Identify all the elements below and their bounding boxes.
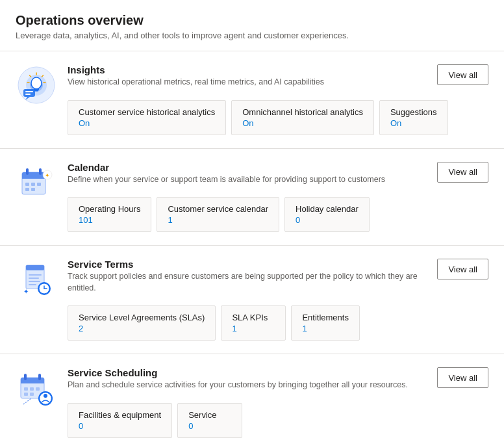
svg-rect-13 <box>25 91 33 92</box>
calendar-header: Calendar Define when your service or sup… <box>68 162 488 195</box>
service-scheduling-desc: Plan and schedule service activities for… <box>68 380 408 391</box>
service-scheduling-title-desc: Service Scheduling Plan and schedule ser… <box>68 367 408 400</box>
calendar-cards-row: Operating Hours 101 Customer service cal… <box>68 197 488 232</box>
service-terms-header: Service Terms Track support policies and… <box>68 259 488 303</box>
card-service-value: 0 <box>188 421 231 431</box>
card-entitlements-value: 1 <box>302 324 349 333</box>
card-facilities-equipment-value: 0 <box>79 421 161 431</box>
card-holiday-calendar-value: 0 <box>296 215 359 225</box>
svg-rect-45 <box>36 387 40 391</box>
svg-rect-43 <box>24 387 28 391</box>
card-holiday-calendar[interactable]: Holiday calendar 0 <box>284 197 370 232</box>
svg-rect-18 <box>26 168 29 175</box>
section-service-terms: ✦ Service Terms Track support policies a… <box>0 246 504 354</box>
card-facilities-equipment-label: Facilities & equipment <box>79 410 161 420</box>
service-terms-cards-row: Service Level Agreements (SLAs) 2 SLA KP… <box>68 305 488 341</box>
service-terms-content: Service Terms Track support policies and… <box>68 259 488 341</box>
calendar-icon-wrap: ✦ <box>16 162 57 203</box>
card-service-calendar[interactable]: Customer service calendar 1 <box>157 197 279 232</box>
card-sla[interactable]: Service Level Agreements (SLAs) 2 <box>68 305 216 341</box>
calendar-content: Calendar Define when your service or sup… <box>68 162 488 233</box>
svg-rect-22 <box>37 183 41 186</box>
card-holiday-calendar-label: Holiday calendar <box>296 204 359 214</box>
svg-text:✦: ✦ <box>45 172 50 179</box>
svg-line-51 <box>23 398 31 404</box>
section-service-scheduling: Service Scheduling Plan and schedule ser… <box>0 354 504 440</box>
svg-rect-21 <box>31 183 35 186</box>
insights-view-all-button[interactable]: View all <box>437 64 488 85</box>
svg-rect-46 <box>24 393 28 396</box>
card-operating-hours[interactable]: Operating Hours 101 <box>68 197 151 232</box>
card-service-label: Service <box>188 410 231 420</box>
svg-text:✦: ✦ <box>23 288 29 295</box>
service-terms-view-all-button[interactable]: View all <box>437 259 488 279</box>
service-terms-icon-wrap: ✦ <box>16 259 57 300</box>
insights-icon <box>17 66 56 105</box>
card-entitlements-label: Entitlements <box>302 313 349 322</box>
insights-icon-wrap <box>16 64 57 106</box>
section-insights: Insights View historical operational met… <box>0 51 504 149</box>
card-service-calendar-value: 1 <box>168 215 268 225</box>
page-subtitle: Leverage data, analytics, AI, and other … <box>16 31 488 40</box>
card-suggestions-value: On <box>390 118 437 128</box>
service-scheduling-icon <box>17 369 56 408</box>
card-sla-kpis-label: SLA KPIs <box>232 313 275 322</box>
card-historical-analytics[interactable]: Customer service historical analytics On <box>68 100 226 135</box>
svg-rect-28 <box>26 265 44 270</box>
svg-rect-14 <box>25 94 31 95</box>
svg-rect-30 <box>29 278 39 279</box>
svg-rect-20 <box>25 183 29 186</box>
section-calendar: ✦ Calendar Define when your service or s… <box>0 149 504 246</box>
card-sla-kpis[interactable]: SLA KPIs 1 <box>221 305 286 341</box>
svg-rect-32 <box>29 284 36 285</box>
page-header: Operations overview Leverage data, analy… <box>0 0 504 51</box>
card-sla-label: Service Level Agreements (SLAs) <box>79 313 205 322</box>
card-suggestions[interactable]: Suggestions On <box>379 100 448 135</box>
card-suggestions-label: Suggestions <box>390 107 437 117</box>
insights-content: Insights View historical operational met… <box>68 64 488 135</box>
calendar-title-desc: Calendar Define when your service or sup… <box>68 162 385 195</box>
insights-title: Insights <box>68 64 324 75</box>
svg-rect-42 <box>38 374 41 380</box>
page-container: Operations overview Leverage data, analy… <box>0 0 504 440</box>
svg-point-3 <box>31 77 42 89</box>
svg-rect-11 <box>23 89 35 97</box>
svg-rect-40 <box>21 382 44 383</box>
service-terms-desc: Track support policies and ensure custom… <box>68 271 427 294</box>
service-scheduling-view-all-button[interactable]: View all <box>437 367 488 388</box>
svg-rect-19 <box>39 168 42 175</box>
card-omnichannel-analytics-label: Omnichannel historical analytics <box>242 107 363 117</box>
service-scheduling-title: Service Scheduling <box>68 367 408 378</box>
card-omnichannel-analytics[interactable]: Omnichannel historical analytics On <box>231 100 374 135</box>
calendar-desc: Define when your service or support team… <box>68 174 385 186</box>
card-historical-analytics-value: On <box>79 118 215 128</box>
service-terms-title-desc: Service Terms Track support policies and… <box>68 259 427 303</box>
card-operating-hours-label: Operating Hours <box>79 204 140 214</box>
service-terms-icon: ✦ <box>17 260 56 299</box>
page-title: Operations overview <box>16 13 488 28</box>
card-historical-analytics-label: Customer service historical analytics <box>79 107 215 117</box>
card-omnichannel-analytics-value: On <box>242 118 363 128</box>
service-scheduling-icon-wrap <box>16 367 57 409</box>
card-service[interactable]: Service 0 <box>177 403 242 438</box>
svg-point-50 <box>44 394 47 398</box>
svg-rect-17 <box>22 176 45 179</box>
svg-rect-47 <box>30 393 34 396</box>
svg-rect-31 <box>29 281 40 282</box>
calendar-icon: ✦ <box>17 163 56 202</box>
service-scheduling-cards-row: Facilities & equipment 0 Service 0 <box>68 403 488 438</box>
calendar-title: Calendar <box>68 162 385 173</box>
service-scheduling-content: Service Scheduling Plan and schedule ser… <box>68 367 488 438</box>
svg-rect-23 <box>25 188 29 191</box>
card-entitlements[interactable]: Entitlements 1 <box>291 305 360 341</box>
card-sla-kpis-value: 1 <box>232 324 275 333</box>
svg-rect-44 <box>30 387 34 391</box>
svg-rect-29 <box>29 274 42 276</box>
service-scheduling-header: Service Scheduling Plan and schedule ser… <box>68 367 488 400</box>
card-facilities-equipment[interactable]: Facilities & equipment 0 <box>68 403 172 438</box>
card-operating-hours-value: 101 <box>79 215 140 225</box>
insights-title-desc: Insights View historical operational met… <box>68 64 324 97</box>
card-sla-value: 2 <box>79 324 205 333</box>
calendar-view-all-button[interactable]: View all <box>437 162 488 183</box>
card-service-calendar-label: Customer service calendar <box>168 204 268 214</box>
